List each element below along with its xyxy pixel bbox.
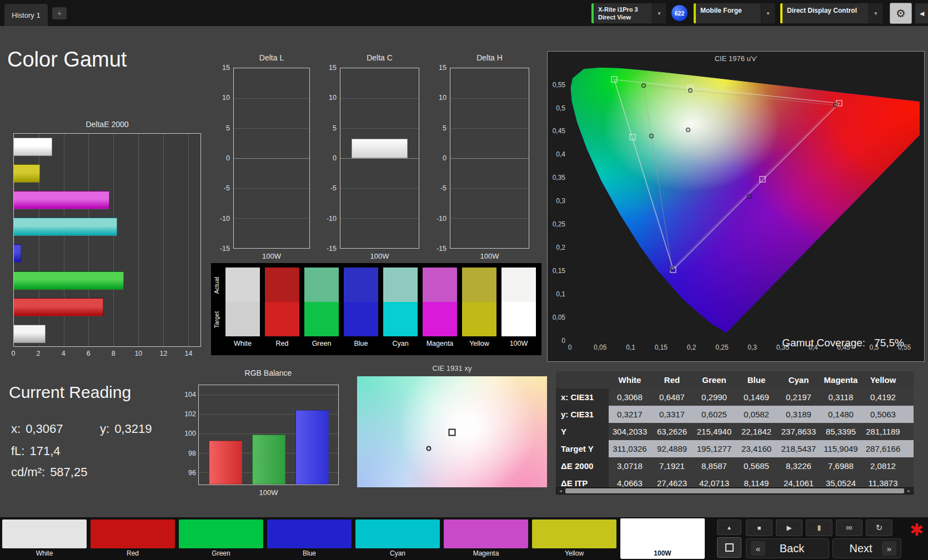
patch-white[interactable]: White bbox=[2, 519, 87, 558]
deltae-plot bbox=[13, 133, 201, 347]
next-button[interactable]: Next » bbox=[832, 538, 901, 558]
scrollbar-thumb[interactable] bbox=[565, 488, 904, 493]
patch-magenta[interactable]: Magenta bbox=[444, 519, 528, 558]
table-header: Green bbox=[693, 371, 735, 389]
table-row-label: ΔE 2000 bbox=[556, 457, 609, 475]
deltae-bar-cyan bbox=[14, 218, 117, 236]
stop-button[interactable]: ■ bbox=[746, 519, 773, 536]
table-scrollbar[interactable]: ◄ ► bbox=[556, 487, 914, 495]
table-head: WhiteRedGreenBlueCyanMagentaYellow bbox=[556, 371, 914, 389]
measured-marker bbox=[688, 88, 693, 93]
cie1931-measured-marker bbox=[426, 446, 431, 451]
table-row-label: ΔE ITP bbox=[556, 475, 609, 487]
display-control-dropdown[interactable]: Direct Display Control ▼ bbox=[780, 3, 883, 24]
table-cell: 42,0713 bbox=[693, 475, 735, 487]
swatch-target bbox=[501, 302, 536, 336]
patch-swatch bbox=[2, 519, 87, 548]
cie-y-tick: 0,45 bbox=[553, 127, 565, 135]
cie-y-tick: 0,25 bbox=[553, 220, 565, 228]
pattern-up-button[interactable]: ▲ bbox=[717, 519, 741, 535]
table-cell: 23,4160 bbox=[735, 440, 777, 457]
delta-gridline bbox=[450, 188, 529, 189]
table-cell: 0,2990 bbox=[693, 389, 735, 406]
patch-swatch bbox=[267, 519, 352, 548]
table-cell: 3,0718 bbox=[609, 457, 651, 475]
reading-x-label: x: bbox=[11, 422, 21, 436]
delta-gridline bbox=[450, 98, 529, 99]
reading-y-label: y: bbox=[100, 422, 109, 436]
deltae-x-tick: 8 bbox=[112, 350, 116, 357]
source-dropdown[interactable]: Mobile Forge ▼ bbox=[693, 3, 775, 24]
delta-bar bbox=[352, 139, 408, 158]
table-row: Y304,203363,2626215,494022,1842237,86338… bbox=[556, 423, 914, 440]
swatch-label: Blue bbox=[344, 340, 378, 347]
cie-y-tick: 0,4 bbox=[556, 150, 565, 158]
delta-gridline bbox=[234, 158, 309, 159]
target-marker bbox=[629, 134, 635, 140]
settings-gear-button[interactable]: ⚙ bbox=[890, 3, 912, 24]
meter-dropdown[interactable]: X-Rite i1Pro 3 Direct View ▼ bbox=[591, 3, 666, 24]
table-cell: 4,0663 bbox=[609, 475, 651, 487]
back-button[interactable]: « Back bbox=[746, 538, 829, 558]
swatch-target bbox=[265, 302, 299, 336]
rgb-y-tick: 100 bbox=[184, 430, 196, 437]
chevron-down-icon[interactable]: ▼ bbox=[761, 3, 775, 23]
app-root: History 1 + X-Rite i1Pro 3 Direct View ▼… bbox=[0, 0, 928, 560]
delta-c-chart: Delta C 151050-5-10-15 100W bbox=[320, 53, 419, 264]
play-icon: ▶ bbox=[786, 524, 791, 532]
patch-green[interactable]: Green bbox=[179, 519, 263, 558]
table-cell: 237,8633 bbox=[777, 423, 820, 440]
continuous-measure-button[interactable]: ∞ bbox=[836, 519, 862, 536]
cie1931-title: CIE 1931 xy bbox=[357, 364, 547, 372]
swatch-target bbox=[225, 302, 260, 336]
deltae-x-tick: 14 bbox=[185, 350, 193, 357]
deltae-x-tick: 6 bbox=[87, 350, 91, 357]
scroll-right-icon[interactable]: ► bbox=[905, 489, 913, 493]
patch-red[interactable]: Red bbox=[91, 519, 175, 558]
delta-y-tick: -10 bbox=[220, 215, 230, 223]
reading-cd: cd/m²: 587,25 bbox=[11, 465, 87, 480]
patch-cyan[interactable]: Cyan bbox=[355, 519, 440, 558]
table-row: x: CIE310,30680,64870,29900,14690,21970,… bbox=[556, 389, 914, 406]
tab-history[interactable]: History 1 bbox=[4, 4, 48, 26]
swatch-target bbox=[462, 302, 496, 336]
table-cell: 0 bbox=[904, 406, 914, 423]
reading-x-value: 0,3067 bbox=[26, 422, 63, 436]
patch-swatch bbox=[532, 519, 616, 548]
patch-100w[interactable]: 100W bbox=[620, 518, 705, 559]
target-marker bbox=[611, 77, 617, 83]
next-chevron-icon: » bbox=[882, 541, 896, 556]
loop-icon: ↻ bbox=[876, 523, 883, 533]
rgb-y-tick: 104 bbox=[184, 391, 196, 398]
cie-x-tick: 0,05 bbox=[594, 344, 606, 351]
table-cell: 0,1480 bbox=[820, 406, 862, 423]
patch-yellow[interactable]: Yellow bbox=[532, 519, 616, 558]
cie-x-tick: 0,15 bbox=[655, 344, 668, 351]
delta-y-tick: -15 bbox=[220, 245, 230, 253]
target-row-label: Target bbox=[213, 307, 220, 332]
meter-line1: X-Rite i1Pro 3 bbox=[598, 6, 649, 13]
add-tab-button[interactable]: + bbox=[52, 7, 67, 19]
reading-fl-value: 171,4 bbox=[29, 444, 60, 458]
delta-c-bottom-label: 100W bbox=[340, 252, 419, 260]
loop-button[interactable]: ↻ bbox=[866, 519, 892, 536]
pattern-window-button[interactable] bbox=[717, 537, 741, 558]
scroll-left-icon[interactable]: ◄ bbox=[556, 489, 565, 493]
play-button[interactable]: ▶ bbox=[776, 519, 802, 536]
deltae-x-tick: 10 bbox=[134, 350, 142, 357]
rgb-balance-title: RGB Balance bbox=[213, 369, 324, 377]
patch-blue[interactable]: Blue bbox=[267, 519, 352, 558]
table-row: ΔE ITP4,066327,462342,07138,114924,10613… bbox=[556, 475, 914, 487]
table-row-label: Target Y bbox=[556, 440, 609, 457]
pause-button[interactable]: Ⅱ bbox=[806, 519, 832, 536]
delta-y-tick: 5 bbox=[333, 124, 337, 132]
patch-swatch bbox=[620, 518, 705, 547]
chevron-down-icon[interactable]: ▼ bbox=[869, 3, 882, 23]
rgb-y-axis: 1041021009896 bbox=[176, 385, 196, 485]
chevron-down-icon[interactable]: ▼ bbox=[652, 3, 666, 23]
reading-fl: fL: 171,4 bbox=[11, 444, 61, 458]
patch-swatch bbox=[91, 519, 175, 548]
collapse-panel-button[interactable]: ◀ bbox=[915, 3, 928, 24]
infinity-icon: ∞ bbox=[846, 523, 852, 533]
measurement-table: WhiteRedGreenBlueCyanMagentaYellow x: CI… bbox=[556, 371, 914, 487]
